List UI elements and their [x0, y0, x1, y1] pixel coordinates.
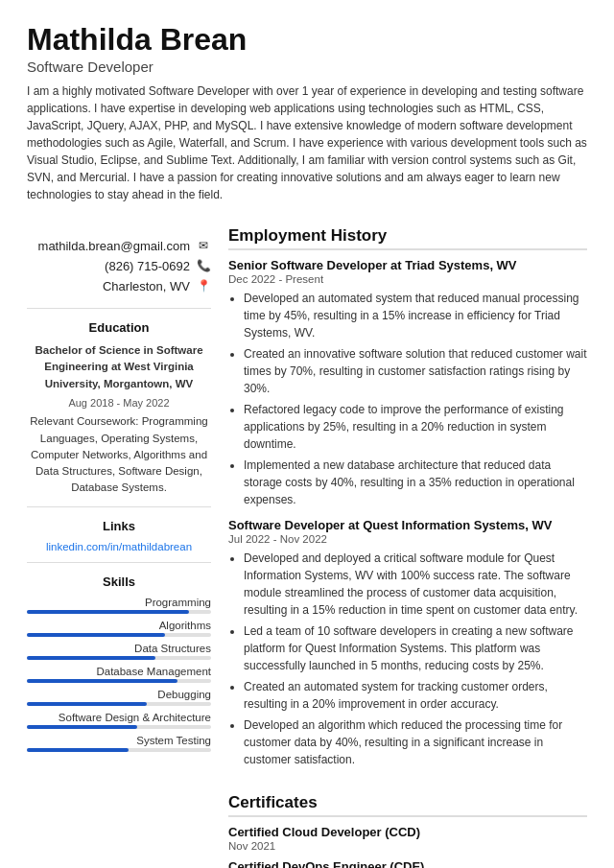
location-text: Charleston, WV — [103, 279, 190, 293]
certificates-title: Certificates — [228, 793, 587, 817]
skill-label: Database Management — [27, 666, 211, 677]
job-dates: Dec 2022 - Present — [228, 273, 587, 285]
education-dates: Aug 2018 - May 2022 — [27, 395, 211, 411]
candidate-name: Mathilda Brean — [27, 23, 587, 57]
links-title: Links — [27, 519, 211, 533]
education-title: Education — [27, 320, 211, 335]
linkedin-link[interactable]: linkedin.com/in/mathildabrean — [27, 541, 211, 552]
skill-bar-fill — [27, 633, 165, 637]
email-icon: ✉ — [196, 238, 211, 253]
job-bullets: Developed and deployed a critical softwa… — [228, 550, 587, 768]
contact-phone-row: (826) 715-0692 📞 — [27, 258, 211, 273]
skills-container: Programming Algorithms Data Structures D… — [27, 597, 211, 752]
phone-number: (826) 715-0692 — [105, 259, 190, 273]
cert-date: Nov 2021 — [228, 840, 587, 852]
cert-name: Certified Cloud Developer (CCD) — [228, 825, 587, 839]
contact-email-row: mathilda.brean@gmail.com ✉ — [27, 238, 211, 253]
skills-title: Skills — [27, 575, 211, 589]
skill-bar-bg — [27, 656, 211, 660]
contact-location-row: Charleston, WV 📍 — [27, 278, 211, 293]
skill-label: Software Design & Architecture — [27, 712, 211, 723]
cert-entry: Certified DevOps Engineer (CDE) Jul 2020 — [228, 859, 587, 868]
contact-section: mathilda.brean@gmail.com ✉ (826) 715-069… — [27, 226, 211, 308]
skills-section: Skills Programming Algorithms Data Struc… — [27, 562, 211, 767]
skill-label: Data Structures — [27, 643, 211, 654]
jobs-container: Senior Software Developer at Triad Syste… — [228, 258, 587, 768]
skill-label: Programming — [27, 597, 211, 608]
skill-bar-bg — [27, 633, 211, 637]
skill-bar-fill — [27, 679, 177, 683]
location-icon: 📍 — [196, 278, 211, 293]
skill-bar-fill — [27, 656, 155, 660]
candidate-job-title: Software Developer — [27, 59, 587, 75]
skill-label: Debugging — [27, 689, 211, 700]
employment-title: Employment History — [228, 226, 587, 250]
email-link[interactable]: mathilda.brean@gmail.com — [38, 239, 190, 253]
job-entry: Senior Software Developer at Triad Syste… — [228, 258, 587, 508]
job-title-line: Software Developer at Quest Information … — [228, 518, 587, 532]
main-content: mathilda.brean@gmail.com ✉ (826) 715-069… — [27, 226, 587, 868]
job-bullet: Developed an automated system that reduc… — [244, 290, 587, 341]
skill-bar-bg — [27, 702, 211, 706]
skill-bar-bg — [27, 748, 211, 752]
skill-item: Database Management — [27, 666, 211, 683]
certs-container: Certified Cloud Developer (CCD) Nov 2021… — [228, 825, 587, 868]
education-section: Education Bachelor of Science in Softwar… — [27, 308, 211, 506]
job-bullet: Developed an algorithm which reduced the… — [244, 716, 587, 768]
job-title-line: Senior Software Developer at Triad Syste… — [228, 258, 587, 272]
job-bullet: Refactored legacy code to improve the pe… — [244, 401, 587, 453]
skill-item: Algorithms — [27, 620, 211, 637]
job-entry: Software Developer at Quest Information … — [228, 518, 587, 768]
skill-bar-fill — [27, 748, 129, 752]
education-coursework-label: Relevant Coursework: — [30, 415, 138, 427]
left-column: mathilda.brean@gmail.com ✉ (826) 715-069… — [27, 226, 211, 868]
education-content: Bachelor of Science in Software Engineer… — [27, 342, 211, 497]
job-bullets: Developed an automated system that reduc… — [228, 290, 587, 508]
right-column: Employment History Senior Software Devel… — [228, 226, 587, 868]
certificates-section: Certificates Certified Cloud Developer (… — [228, 793, 587, 868]
job-dates: Jul 2022 - Nov 2022 — [228, 533, 587, 545]
header-section: Mathilda Brean Software Developer I am a… — [27, 23, 587, 203]
skill-bar-bg — [27, 725, 211, 729]
job-bullet: Created an innovative software solution … — [244, 345, 587, 397]
skill-label: System Testing — [27, 735, 211, 746]
employment-section: Employment History Senior Software Devel… — [228, 226, 587, 778]
skill-bar-bg — [27, 610, 211, 614]
skill-item: Debugging — [27, 689, 211, 706]
education-degree: Bachelor of Science in Software Engineer… — [35, 344, 202, 389]
candidate-summary: I am a highly motivated Software Develop… — [27, 82, 587, 203]
job-bullet: Created an automated system for tracking… — [244, 678, 587, 713]
skill-bar-bg — [27, 679, 211, 683]
skill-bar-fill — [27, 702, 147, 706]
job-bullet: Led a team of 10 software developers in … — [244, 622, 587, 674]
skill-item: System Testing — [27, 735, 211, 752]
skill-label: Algorithms — [27, 620, 211, 631]
links-section: Links linkedin.com/in/mathildabrean — [27, 506, 211, 562]
skill-item: Software Design & Architecture — [27, 712, 211, 729]
job-bullet: Implemented a new database architecture … — [244, 457, 587, 508]
skill-item: Data Structures — [27, 643, 211, 660]
skill-item: Programming — [27, 597, 211, 614]
cert-name: Certified DevOps Engineer (CDE) — [228, 859, 587, 868]
job-bullet: Developed and deployed a critical softwa… — [244, 550, 587, 619]
skill-bar-fill — [27, 610, 189, 614]
phone-icon: 📞 — [196, 258, 211, 273]
cert-entry: Certified Cloud Developer (CCD) Nov 2021 — [228, 825, 587, 852]
education-coursework: Programming Languages, Operating Systems… — [31, 415, 208, 493]
skill-bar-fill — [27, 725, 137, 729]
